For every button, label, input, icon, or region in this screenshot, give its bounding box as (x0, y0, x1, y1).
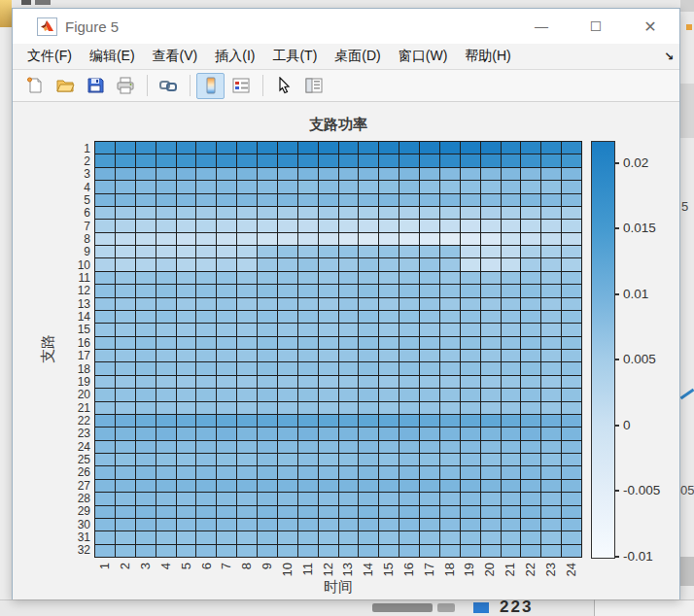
heatmap-cell (258, 194, 277, 206)
heatmap-cell (481, 441, 501, 453)
menu-item[interactable]: 帮助(H) (456, 44, 519, 69)
heatmap-cell (399, 246, 419, 257)
heatmap-cell (420, 350, 439, 361)
heatmap-cell (298, 531, 318, 543)
menu-item[interactable]: 查看(V) (144, 44, 207, 69)
heatmap-plot-area[interactable] (94, 141, 582, 558)
heatmap-cell (116, 441, 135, 453)
menu-item[interactable]: 插入(I) (206, 44, 263, 69)
heatmap-cell (177, 428, 196, 439)
figure-canvas[interactable]: 支路功率 支路 时间 12345678910111213141516171819… (13, 102, 679, 599)
print-icon[interactable] (111, 73, 139, 99)
heatmap-cell (136, 415, 156, 427)
heatmap-cell (481, 466, 501, 478)
menu-item[interactable]: 工具(T) (263, 44, 326, 69)
heatmap-cell (481, 415, 501, 427)
heatmap-cell (258, 493, 277, 504)
heatmap-cell (136, 389, 156, 400)
heatmap-cell (541, 428, 561, 439)
heatmap-cell (481, 246, 501, 257)
menu-item[interactable]: 文件(F) (18, 44, 81, 69)
heatmap-cell (319, 311, 338, 323)
heatmap-cell (461, 246, 480, 257)
heatmap-cell (217, 506, 236, 518)
heatmap-cell (339, 506, 359, 518)
heatmap-cell (136, 220, 156, 231)
open-file-icon[interactable] (51, 73, 79, 99)
heatmap-cell (298, 454, 318, 465)
heatmap-cell (196, 441, 216, 453)
heatmap-cell (156, 324, 176, 335)
x-tick-label: 17 (423, 563, 436, 596)
heatmap-cell (237, 402, 257, 414)
heatmap-cell (217, 545, 236, 557)
heatmap-cell (156, 454, 176, 465)
heatmap-cell (237, 376, 257, 388)
heatmap-cell (339, 454, 359, 465)
background-fragment (686, 24, 692, 30)
heatmap-cell (521, 350, 540, 361)
heatmap-cell (177, 362, 196, 374)
heatmap-cell (541, 194, 561, 206)
heatmap-cell (440, 376, 460, 388)
minimize-button[interactable]: — (514, 9, 569, 44)
heatmap-cell (521, 389, 540, 400)
heatmap-cell (278, 480, 297, 492)
heatmap-cell (379, 350, 399, 361)
heatmap-cell (521, 531, 540, 543)
heatmap-cell (420, 246, 439, 257)
heatmap-cell (196, 142, 216, 154)
link-plot-icon[interactable] (154, 73, 182, 99)
heatmap-cell (481, 519, 501, 530)
heatmap-cell (258, 246, 277, 257)
heatmap-cell (95, 246, 115, 257)
heatmap-cell (521, 545, 540, 557)
heatmap-cell (440, 207, 460, 219)
heatmap-cell (319, 168, 338, 180)
heatmap-cell (136, 142, 156, 154)
heatmap-cell (502, 441, 521, 453)
heatmap-cell (461, 480, 480, 492)
heatmap-cell (177, 154, 196, 166)
heatmap-cell (258, 545, 277, 557)
maximize-button[interactable]: ☐ (569, 9, 623, 44)
heatmap-cell (502, 233, 521, 245)
heatmap-cell (502, 285, 521, 296)
heatmap-cell (562, 545, 581, 557)
insert-legend-icon[interactable] (226, 73, 255, 99)
close-button[interactable]: ✕ (623, 9, 677, 44)
heatmap-cell (440, 531, 460, 543)
title-bar[interactable]: Figure 5 — ☐ ✕ (13, 9, 679, 44)
heatmap-cell (136, 493, 156, 504)
heatmap-cell (461, 415, 480, 427)
heatmap-cell (420, 376, 439, 388)
menu-item[interactable]: 编辑(E) (81, 44, 144, 69)
toolbar (13, 70, 679, 102)
property-inspector-icon[interactable] (299, 73, 328, 99)
heatmap-cell (156, 258, 176, 270)
edit-plot-icon[interactable] (269, 73, 297, 99)
y-tick-label: 27 (55, 480, 90, 492)
heatmap-cell (521, 194, 540, 206)
heatmap-cell (461, 285, 480, 296)
heatmap-cell (461, 337, 480, 349)
heatmap-cell (298, 480, 318, 492)
menu-item[interactable]: 桌面(D) (326, 44, 389, 69)
heatmap-cell (196, 285, 216, 296)
insert-colorbar-icon[interactable] (196, 73, 225, 99)
background-fragment (21, 0, 31, 5)
heatmap-cell (95, 220, 115, 231)
menu-overflow-icon[interactable]: ↘ (664, 44, 674, 69)
x-tick-label: 12 (322, 563, 335, 596)
heatmap-cell (116, 376, 135, 388)
save-icon[interactable] (81, 73, 109, 99)
heatmap-cell (298, 466, 318, 478)
menu-item[interactable]: 窗口(W) (390, 44, 457, 69)
heatmap-cell (95, 168, 115, 180)
heatmap-cell (136, 466, 156, 478)
heatmap-cell (359, 272, 378, 284)
new-figure-icon[interactable] (20, 73, 49, 99)
heatmap-cell (420, 362, 439, 374)
heatmap-cell (461, 220, 480, 231)
heatmap-cell (420, 154, 439, 166)
